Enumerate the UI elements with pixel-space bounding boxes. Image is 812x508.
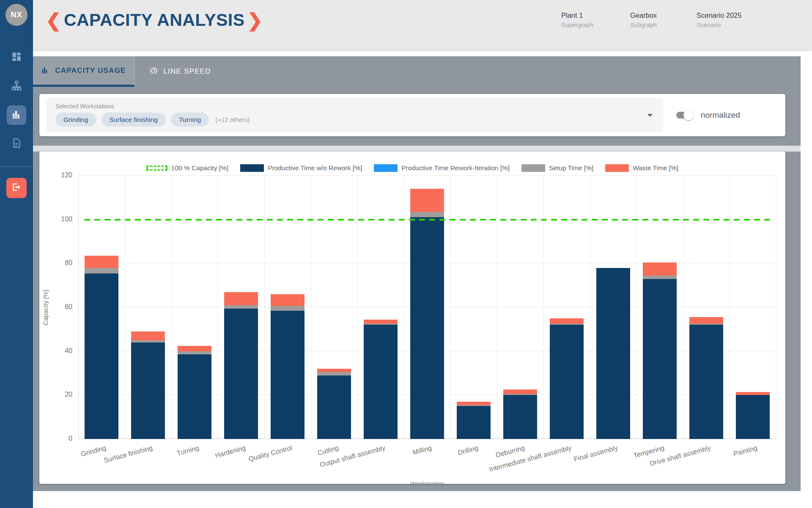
bar-segment[interactable] (410, 212, 444, 218)
bar-segment[interactable] (131, 340, 165, 342)
legend-label: Productive Time w/o Rework [%] (268, 164, 362, 172)
bar-segment[interactable] (271, 294, 304, 306)
dashboard-icon (11, 51, 22, 64)
bar-segment[interactable] (689, 325, 723, 439)
document-icon (11, 138, 22, 150)
bar-segment[interactable] (410, 217, 444, 439)
bar-tempering[interactable] (643, 176, 677, 439)
y-tick-label: 120 (51, 171, 72, 179)
legend-swatch (146, 166, 167, 171)
header: ❮ CAPACITY ANALYSIS ❯ Plant 1 Supergraph… (33, 0, 812, 50)
chart-legend: 100 % Capacity [%]Productive Time w/o Re… (39, 164, 785, 172)
bar-turning[interactable] (178, 176, 211, 439)
bar-segment[interactable] (643, 279, 677, 439)
bar-segment[interactable] (503, 395, 537, 439)
bar-segment[interactable] (689, 317, 723, 324)
bar-cutting[interactable] (317, 176, 351, 439)
bar-segment[interactable] (503, 394, 537, 395)
chevron-down-icon[interactable] (647, 114, 653, 117)
bar-segment[interactable] (224, 309, 258, 439)
bar-surface-finishing[interactable] (131, 176, 165, 439)
chips-row: Grinding Surface finishing Turning (+12 … (55, 113, 654, 127)
bar-segment[interactable] (550, 324, 584, 325)
context-label: Scenario 2025 (697, 11, 777, 19)
bar-segment[interactable] (457, 405, 491, 406)
bar-segment[interactable] (85, 273, 118, 439)
bar-segment[interactable] (457, 406, 491, 439)
chevron-left-icon[interactable]: ❮ (46, 11, 61, 30)
bar-segment[interactable] (364, 320, 398, 324)
bar-segment[interactable] (736, 392, 770, 395)
bar-segment[interactable] (131, 342, 165, 439)
avatar[interactable]: NX (5, 4, 27, 26)
bar-milling[interactable] (410, 176, 444, 439)
tab-capacity-usage[interactable]: CAPACITY USAGE (33, 56, 134, 87)
bar-segment[interactable] (317, 369, 351, 372)
bar-segment[interactable] (317, 375, 351, 439)
tab-line-speed[interactable]: LINE SPEED (134, 56, 225, 87)
bar-segment[interactable] (736, 395, 770, 439)
chevron-right-icon[interactable]: ❯ (247, 11, 263, 30)
bar-drive-shaft-assembly[interactable] (689, 176, 723, 439)
bar-segment[interactable] (317, 372, 351, 375)
x-gridline (497, 176, 497, 439)
bar-hardening[interactable] (224, 176, 258, 439)
legend-item-capacity[interactable]: 100 % Capacity [%] (146, 164, 228, 172)
normalized-toggle[interactable] (676, 112, 693, 119)
chip-surface-finishing[interactable]: Surface finishing (102, 113, 166, 127)
chip-grinding[interactable]: Grinding (55, 113, 96, 127)
bar-segment[interactable] (596, 268, 630, 439)
bar-segment[interactable] (503, 389, 537, 394)
bar-segment[interactable] (410, 189, 444, 212)
bar-quality-control[interactable] (271, 176, 304, 439)
x-tick-label: Milling (412, 444, 432, 456)
x-gridline (218, 176, 218, 439)
bar-painting[interactable] (736, 176, 770, 439)
legend-swatch (374, 164, 398, 172)
bar-intermediate-shaft-assembly[interactable] (550, 176, 584, 439)
bar-drilling[interactable] (457, 176, 491, 439)
bar-segment[interactable] (85, 256, 118, 268)
bar-grinding[interactable] (85, 176, 118, 439)
legend-item-series-1[interactable]: Productive Time Rework-Iteration [%] (374, 164, 510, 172)
bar-deburring[interactable] (503, 176, 537, 439)
legend-item-series-3[interactable]: Waste Time [%] (605, 164, 678, 172)
legend-item-series-0[interactable]: Productive Time w/o Rework [%] (240, 164, 362, 172)
bar-segment[interactable] (364, 324, 398, 325)
y-tick-label: 60 (51, 303, 72, 311)
legend-swatch (240, 164, 264, 172)
bar-segment[interactable] (364, 325, 398, 439)
bar-segment[interactable] (550, 325, 584, 439)
normalized-toggle-group: normalized (676, 94, 740, 136)
bar-segment[interactable] (85, 268, 118, 273)
bar-segment[interactable] (643, 276, 677, 279)
sidebar-item-hierarchy[interactable] (7, 77, 26, 96)
bar-segment[interactable] (224, 292, 258, 305)
sidebar-item-reports[interactable] (7, 134, 26, 154)
legend-label: Waste Time [%] (633, 164, 678, 172)
sidebar-item-dashboard[interactable] (7, 48, 26, 67)
bar-segment[interactable] (178, 346, 211, 351)
bar-segment[interactable] (689, 324, 723, 325)
others-count: (+12 others) (215, 116, 250, 123)
bar-segment[interactable] (178, 351, 211, 355)
bar-final-assembly[interactable] (596, 176, 630, 439)
y-axis-title: Capacity [%] (41, 176, 49, 439)
workstation-select-field[interactable]: Selected Workstations Grinding Surface f… (47, 98, 663, 132)
bar-segment[interactable] (178, 354, 211, 439)
context-supergraph: Plant 1 Supergraph (561, 11, 625, 28)
bar-segment[interactable] (271, 306, 304, 310)
bar-segment[interactable] (271, 311, 304, 439)
sitemap-icon (11, 80, 22, 93)
bar-segment[interactable] (224, 305, 258, 309)
bar-segment[interactable] (550, 318, 584, 324)
logout-button[interactable] (6, 178, 27, 198)
sidebar-item-capacity-analysis[interactable] (7, 105, 26, 125)
chip-turning[interactable]: Turning (171, 113, 209, 127)
bar-output-shaft-assembly[interactable] (364, 176, 398, 439)
bar-segment[interactable] (643, 262, 677, 276)
legend-item-series-2[interactable]: Setup Time [%] (521, 164, 593, 172)
x-gridline (636, 176, 637, 439)
bar-segment[interactable] (131, 331, 165, 340)
bar-segment[interactable] (457, 402, 491, 405)
